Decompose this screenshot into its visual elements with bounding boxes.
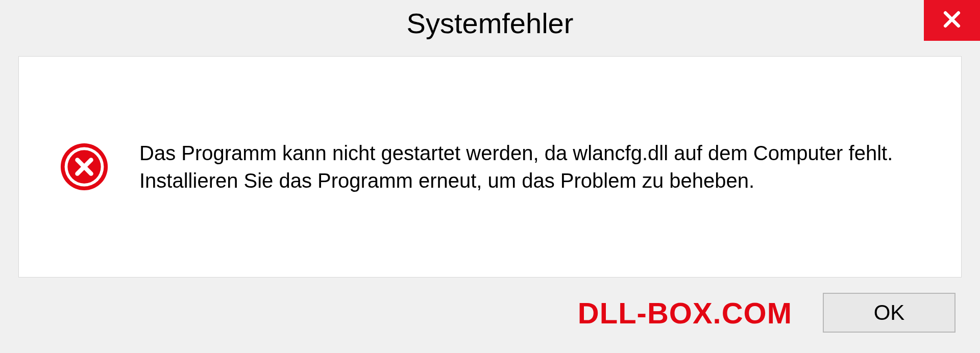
error-message: Das Programm kann nicht gestartet werden… xyxy=(139,139,920,194)
dialog-title: Systemfehler xyxy=(407,7,574,40)
dialog-footer: DLL-BOX.COM OK xyxy=(0,278,980,353)
titlebar: Systemfehler xyxy=(0,0,980,46)
error-icon xyxy=(60,142,109,191)
watermark-text: DLL-BOX.COM xyxy=(578,296,792,330)
close-icon xyxy=(941,8,963,33)
content-area: Das Programm kann nicht gestartet werden… xyxy=(18,56,962,278)
close-button[interactable] xyxy=(924,0,980,41)
error-dialog: Systemfehler Das Programm kann nicht ges… xyxy=(0,0,980,353)
ok-button[interactable]: OK xyxy=(823,293,955,333)
